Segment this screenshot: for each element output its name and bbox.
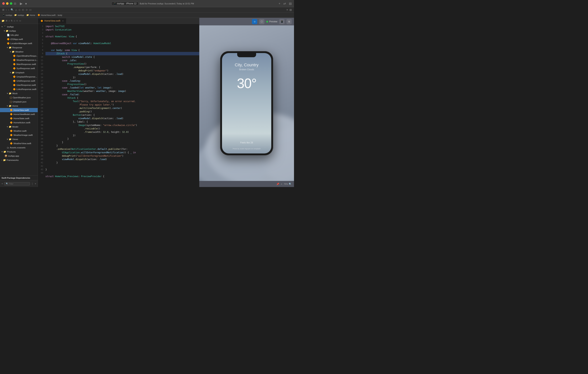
code-line: } (45, 161, 199, 164)
sidebar-item-urlsresponse[interactable]: 🔶 UrlsResponse.swift (0, 79, 38, 83)
sidebar-item-home-folder[interactable]: ▾ 📁 Home (0, 104, 38, 108)
sort-icon[interactable]: ⇅ (11, 20, 12, 22)
sidebar-item-iosapp[interactable]: ▾ 📁 iosApp (0, 29, 38, 33)
bc-iosapp[interactable]: iosApp (6, 14, 12, 16)
tab-close-icon[interactable]: ✕ (62, 20, 64, 22)
collapse8-icon: ▾ (7, 125, 8, 128)
sidebar-item-mock[interactable]: ▾ 📁 Mock (0, 91, 38, 96)
sidebar-item-openweather-json[interactable]: { } OpenWeather.json (0, 96, 38, 100)
code-line: case .idle: (45, 59, 199, 62)
collapse7-icon: ▾ (7, 105, 8, 107)
stop-button[interactable]: ■ (25, 2, 27, 5)
sidebar-item-weather-folder[interactable]: ▾ 📁 Weather (0, 50, 38, 54)
inspector-icon[interactable]: ▤ (289, 8, 292, 11)
sidebar-item-model-folder[interactable]: ▾ 📁 Model (0, 125, 38, 129)
sidebar-item-userresponse[interactable]: 🔶 UserResponse.swift (0, 83, 38, 87)
sidebar-item-iosapp-root[interactable]: ▾ 📱 iosApp (0, 25, 38, 29)
bc-home[interactable]: Home (30, 14, 35, 16)
bookmark-icon[interactable]: ⊃ (26, 8, 28, 11)
sidebar-item-weatherview[interactable]: 🔶 WeatherView.swift (0, 141, 38, 146)
search-icon[interactable]: 🔍 (10, 8, 14, 11)
sidebar-item-homestate[interactable]: 🔶 HomeState.swift (0, 116, 38, 120)
code-line: @ObservedObject var viewModel: HomeViewM… (45, 42, 199, 45)
sidebar-item-response[interactable]: ▾ 📁 Response (0, 45, 38, 50)
scheme-selector[interactable]: 📱 iosApp › iPhone 12 (111, 2, 138, 5)
code-content[interactable]: import SwiftUI import CoreLocation struc… (45, 24, 199, 187)
sidebar-item-weatherimage[interactable]: 🔶 WeatherImage.swift (0, 133, 38, 137)
split-icon[interactable]: ⇄ (284, 2, 286, 5)
add-file-icon[interactable]: + (9, 20, 10, 22)
code-line: case .loading: (45, 79, 199, 83)
grid-icon[interactable]: ⊞ (2, 8, 4, 11)
code-editor[interactable]: 12345 678910 1112131415 1617181920 21222… (38, 24, 199, 187)
sidebar-item-locationmanager[interactable]: 🔶 LocationManager.swift (0, 41, 38, 45)
tab-homeview[interactable]: 🔶 HomeView.swift ✕ (38, 18, 66, 24)
filter-label: Filter (9, 183, 13, 185)
preview-copy-btn[interactable]: ⧉ (286, 19, 292, 24)
sidebar-item-assets[interactable]: 🗂 Assets.xcassets (0, 146, 38, 150)
sidebar-item-iosapp-swift[interactable]: 🔶 iOSApp.swift (0, 37, 38, 41)
forward-icon[interactable]: › (8, 8, 9, 11)
sidebar-item-homeaction[interactable]: 🔶 HomeAction.swift (0, 120, 38, 125)
code-line: switch viewModel.state { (45, 55, 199, 59)
close-button[interactable] (2, 2, 5, 5)
folder-frameworks-icon: 📁 (3, 159, 6, 161)
filter-add-icon[interactable]: + (35, 182, 36, 185)
link-icon[interactable]: ⊂ (16, 20, 18, 22)
sidebar-item-unsplashresponse[interactable]: 🔶 UnsplashResponse... (0, 75, 38, 79)
rect-icon[interactable]: ▭ (29, 8, 32, 11)
filter-input-container[interactable]: 🔍 Filter (4, 182, 30, 185)
rect2-icon[interactable]: ▭ (19, 20, 21, 22)
preview-info-btn[interactable]: ⓘ (259, 19, 264, 24)
bc-iosapp2[interactable]: iosApp (18, 14, 24, 16)
pin-icon[interactable]: 📌 (276, 183, 279, 185)
diff2-icon[interactable]: ◇ (14, 20, 15, 22)
title-bar-center: 📱 iosApp › iPhone 12 Build for Previews … (28, 2, 277, 5)
list2-icon[interactable]: ≡ (281, 183, 282, 185)
preview-info-icon: ⓘ (261, 20, 263, 23)
code-line-highlighted: ZStack { (45, 52, 199, 55)
sidebar-item-weather-swift[interactable]: 🔶 Weather.swift (0, 129, 38, 133)
add-file-btn[interactable]: + (1, 182, 3, 185)
collapse4-icon: ▾ (10, 50, 11, 53)
bc-file[interactable]: HomeView.swift (41, 14, 55, 16)
sidebar-item-mainresponse[interactable]: 🔶 MainResponse.swift (0, 62, 38, 66)
sidebar-item-unsplash-folder[interactable]: ▾ 📁 Unsplash (0, 71, 38, 75)
diff-icon[interactable]: ◇ (19, 8, 21, 11)
play-button[interactable]: ▶ (20, 1, 22, 6)
sidebar-item-homeview[interactable]: 🔶 HomeView.swift (0, 108, 38, 112)
list-icon[interactable]: ≡ (286, 8, 288, 11)
sidebar-item-products[interactable]: ▾ 📁 Products (0, 150, 38, 154)
add-breakpoint-icon[interactable]: △ (15, 8, 17, 11)
sidebar-item-sysresponse[interactable]: 🔶 SysResponse.swift (0, 66, 38, 71)
back-icon[interactable]: ‹ (6, 8, 7, 11)
sidebar-item-frameworks[interactable]: › 📁 Frameworks (0, 158, 38, 162)
sidebar-item-unsplash-json[interactable]: { } Unsplash.json (0, 100, 38, 104)
sidebar-item-views-folder[interactable]: ▾ 📁 Views (0, 137, 38, 141)
layout-icon[interactable]: ▤ (289, 2, 292, 5)
sidebar-item-homeviewmodel[interactable]: 🔶 HomeViewModel.swift (0, 112, 38, 116)
scheme-name: iosApp (117, 2, 124, 5)
preview-device-btn[interactable]: 📱 (279, 19, 284, 24)
bc-iosapp-icon: 📱 (2, 14, 5, 16)
filter-options-icon[interactable]: ⋮ (31, 182, 33, 185)
bc-body[interactable]: body (58, 14, 62, 16)
code-line: .onAppear(perform: { (45, 65, 199, 69)
sidebar-item-iosapp-app[interactable]: 📦 iosApp.app (0, 154, 38, 158)
add-icon[interactable]: + (279, 2, 280, 5)
sidebar-item-linksresponse[interactable]: 🔶 LinksResponse.swift (0, 87, 38, 91)
preview-play-btn[interactable]: ⊙ (252, 19, 257, 24)
sidebar-item-weatherresponse[interactable]: 🔶 WeatherResponse.s... (0, 58, 38, 62)
folder-home-icon: 📁 (9, 105, 11, 107)
sidebar-toggle-icon[interactable]: ⊟ (14, 2, 18, 5)
history-icon[interactable]: ◴ (22, 8, 24, 11)
minimize-button[interactable] (6, 2, 9, 5)
zoom-in-icon[interactable]: 🔍 (289, 183, 292, 185)
sidebar-item-info-plist[interactable]: 📄 Info.plist (0, 33, 38, 37)
folder-model-icon: 📁 (9, 125, 11, 128)
main-layout: 📁 ⊞ + ⇅ ◇ ⊂ ▭ ▾ 📱 iosApp ▾ 📁 iosApp 📄 (0, 18, 294, 187)
grid2-icon[interactable]: ⊞ (6, 20, 7, 22)
maximize-button[interactable] (10, 2, 12, 5)
tab-file-icon: 🔶 (41, 20, 43, 22)
sidebar-item-openweatherrespo[interactable]: 🔶 OpenWeatherRespo... (0, 54, 38, 58)
